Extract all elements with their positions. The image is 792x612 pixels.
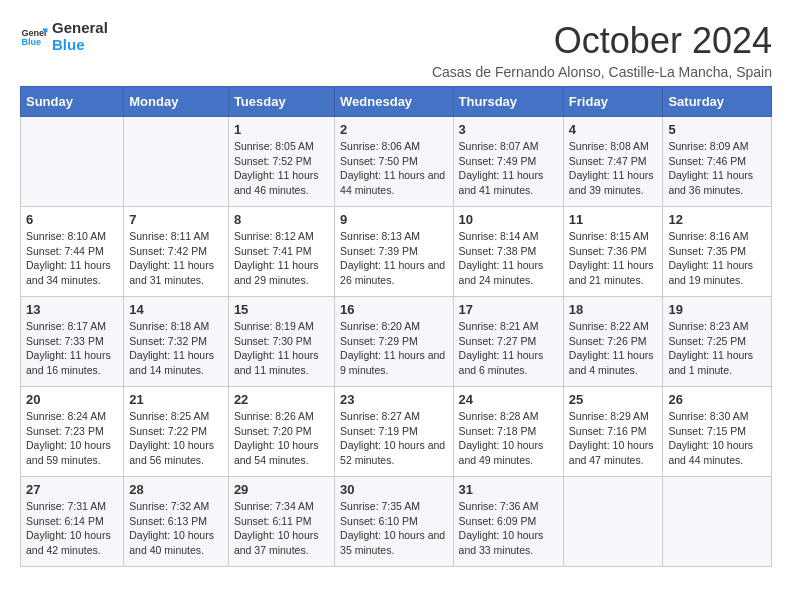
day-number: 25 — [569, 392, 658, 407]
day-info: Sunrise: 8:19 AM Sunset: 7:30 PM Dayligh… — [234, 319, 329, 378]
day-info: Sunrise: 7:31 AM Sunset: 6:14 PM Dayligh… — [26, 499, 118, 558]
day-info: Sunrise: 8:18 AM Sunset: 7:32 PM Dayligh… — [129, 319, 223, 378]
svg-text:Blue: Blue — [21, 37, 41, 47]
header-friday: Friday — [563, 87, 663, 117]
day-info: Sunrise: 8:14 AM Sunset: 7:38 PM Dayligh… — [459, 229, 558, 288]
day-number: 7 — [129, 212, 223, 227]
header-sunday: Sunday — [21, 87, 124, 117]
calendar-cell: 13Sunrise: 8:17 AM Sunset: 7:33 PM Dayli… — [21, 297, 124, 387]
day-info: Sunrise: 8:27 AM Sunset: 7:19 PM Dayligh… — [340, 409, 447, 468]
calendar-cell: 21Sunrise: 8:25 AM Sunset: 7:22 PM Dayli… — [124, 387, 229, 477]
day-info: Sunrise: 8:10 AM Sunset: 7:44 PM Dayligh… — [26, 229, 118, 288]
calendar-cell — [124, 117, 229, 207]
calendar-cell: 26Sunrise: 8:30 AM Sunset: 7:15 PM Dayli… — [663, 387, 772, 477]
calendar-cell: 8Sunrise: 8:12 AM Sunset: 7:41 PM Daylig… — [228, 207, 334, 297]
calendar-cell: 10Sunrise: 8:14 AM Sunset: 7:38 PM Dayli… — [453, 207, 563, 297]
day-number: 12 — [668, 212, 766, 227]
day-info: Sunrise: 8:05 AM Sunset: 7:52 PM Dayligh… — [234, 139, 329, 198]
logo-line1: General — [52, 20, 108, 37]
day-info: Sunrise: 7:35 AM Sunset: 6:10 PM Dayligh… — [340, 499, 447, 558]
calendar-cell: 22Sunrise: 8:26 AM Sunset: 7:20 PM Dayli… — [228, 387, 334, 477]
day-info: Sunrise: 8:11 AM Sunset: 7:42 PM Dayligh… — [129, 229, 223, 288]
day-info: Sunrise: 7:36 AM Sunset: 6:09 PM Dayligh… — [459, 499, 558, 558]
day-info: Sunrise: 8:30 AM Sunset: 7:15 PM Dayligh… — [668, 409, 766, 468]
calendar-cell: 17Sunrise: 8:21 AM Sunset: 7:27 PM Dayli… — [453, 297, 563, 387]
calendar-week-4: 20Sunrise: 8:24 AM Sunset: 7:23 PM Dayli… — [21, 387, 772, 477]
calendar-cell — [663, 477, 772, 567]
day-number: 10 — [459, 212, 558, 227]
calendar-cell: 27Sunrise: 7:31 AM Sunset: 6:14 PM Dayli… — [21, 477, 124, 567]
calendar-week-5: 27Sunrise: 7:31 AM Sunset: 6:14 PM Dayli… — [21, 477, 772, 567]
day-number: 4 — [569, 122, 658, 137]
day-info: Sunrise: 8:09 AM Sunset: 7:46 PM Dayligh… — [668, 139, 766, 198]
day-info: Sunrise: 8:20 AM Sunset: 7:29 PM Dayligh… — [340, 319, 447, 378]
day-number: 17 — [459, 302, 558, 317]
day-number: 2 — [340, 122, 447, 137]
day-number: 14 — [129, 302, 223, 317]
day-number: 9 — [340, 212, 447, 227]
day-number: 13 — [26, 302, 118, 317]
calendar-week-3: 13Sunrise: 8:17 AM Sunset: 7:33 PM Dayli… — [21, 297, 772, 387]
day-number: 28 — [129, 482, 223, 497]
day-info: Sunrise: 8:24 AM Sunset: 7:23 PM Dayligh… — [26, 409, 118, 468]
calendar-cell — [21, 117, 124, 207]
calendar-cell: 3Sunrise: 8:07 AM Sunset: 7:49 PM Daylig… — [453, 117, 563, 207]
day-info: Sunrise: 8:12 AM Sunset: 7:41 PM Dayligh… — [234, 229, 329, 288]
calendar-cell: 2Sunrise: 8:06 AM Sunset: 7:50 PM Daylig… — [335, 117, 453, 207]
calendar-table: SundayMondayTuesdayWednesdayThursdayFrid… — [20, 86, 772, 567]
day-number: 6 — [26, 212, 118, 227]
calendar-cell: 24Sunrise: 8:28 AM Sunset: 7:18 PM Dayli… — [453, 387, 563, 477]
title-block: October 2024 Casas de Fernando Alonso, C… — [432, 20, 772, 80]
day-info: Sunrise: 8:13 AM Sunset: 7:39 PM Dayligh… — [340, 229, 447, 288]
header-wednesday: Wednesday — [335, 87, 453, 117]
day-number: 1 — [234, 122, 329, 137]
calendar-cell: 5Sunrise: 8:09 AM Sunset: 7:46 PM Daylig… — [663, 117, 772, 207]
day-number: 15 — [234, 302, 329, 317]
day-number: 29 — [234, 482, 329, 497]
calendar-cell: 31Sunrise: 7:36 AM Sunset: 6:09 PM Dayli… — [453, 477, 563, 567]
day-number: 20 — [26, 392, 118, 407]
day-number: 23 — [340, 392, 447, 407]
calendar-cell: 25Sunrise: 8:29 AM Sunset: 7:16 PM Dayli… — [563, 387, 663, 477]
day-number: 22 — [234, 392, 329, 407]
day-number: 11 — [569, 212, 658, 227]
day-number: 16 — [340, 302, 447, 317]
day-info: Sunrise: 8:23 AM Sunset: 7:25 PM Dayligh… — [668, 319, 766, 378]
header-thursday: Thursday — [453, 87, 563, 117]
day-number: 27 — [26, 482, 118, 497]
header-tuesday: Tuesday — [228, 87, 334, 117]
day-number: 21 — [129, 392, 223, 407]
calendar-cell: 19Sunrise: 8:23 AM Sunset: 7:25 PM Dayli… — [663, 297, 772, 387]
day-info: Sunrise: 7:32 AM Sunset: 6:13 PM Dayligh… — [129, 499, 223, 558]
day-info: Sunrise: 8:07 AM Sunset: 7:49 PM Dayligh… — [459, 139, 558, 198]
calendar-cell: 14Sunrise: 8:18 AM Sunset: 7:32 PM Dayli… — [124, 297, 229, 387]
day-info: Sunrise: 8:25 AM Sunset: 7:22 PM Dayligh… — [129, 409, 223, 468]
calendar-cell: 11Sunrise: 8:15 AM Sunset: 7:36 PM Dayli… — [563, 207, 663, 297]
location-subtitle: Casas de Fernando Alonso, Castille-La Ma… — [432, 64, 772, 80]
header-monday: Monday — [124, 87, 229, 117]
day-info: Sunrise: 8:26 AM Sunset: 7:20 PM Dayligh… — [234, 409, 329, 468]
calendar-cell: 30Sunrise: 7:35 AM Sunset: 6:10 PM Dayli… — [335, 477, 453, 567]
day-info: Sunrise: 8:15 AM Sunset: 7:36 PM Dayligh… — [569, 229, 658, 288]
logo-line2: Blue — [52, 37, 108, 54]
calendar-cell: 16Sunrise: 8:20 AM Sunset: 7:29 PM Dayli… — [335, 297, 453, 387]
day-number: 5 — [668, 122, 766, 137]
calendar-header-row: SundayMondayTuesdayWednesdayThursdayFrid… — [21, 87, 772, 117]
calendar-cell: 15Sunrise: 8:19 AM Sunset: 7:30 PM Dayli… — [228, 297, 334, 387]
calendar-cell: 29Sunrise: 7:34 AM Sunset: 6:11 PM Dayli… — [228, 477, 334, 567]
day-number: 3 — [459, 122, 558, 137]
day-info: Sunrise: 8:29 AM Sunset: 7:16 PM Dayligh… — [569, 409, 658, 468]
calendar-cell: 6Sunrise: 8:10 AM Sunset: 7:44 PM Daylig… — [21, 207, 124, 297]
calendar-cell: 4Sunrise: 8:08 AM Sunset: 7:47 PM Daylig… — [563, 117, 663, 207]
calendar-cell: 20Sunrise: 8:24 AM Sunset: 7:23 PM Dayli… — [21, 387, 124, 477]
day-number: 19 — [668, 302, 766, 317]
calendar-cell: 28Sunrise: 7:32 AM Sunset: 6:13 PM Dayli… — [124, 477, 229, 567]
logo: General Blue General Blue — [20, 20, 108, 53]
calendar-cell: 12Sunrise: 8:16 AM Sunset: 7:35 PM Dayli… — [663, 207, 772, 297]
calendar-cell: 9Sunrise: 8:13 AM Sunset: 7:39 PM Daylig… — [335, 207, 453, 297]
day-info: Sunrise: 8:06 AM Sunset: 7:50 PM Dayligh… — [340, 139, 447, 198]
page-header: General Blue General Blue October 2024 C… — [20, 20, 772, 80]
day-info: Sunrise: 8:22 AM Sunset: 7:26 PM Dayligh… — [569, 319, 658, 378]
day-number: 8 — [234, 212, 329, 227]
day-number: 30 — [340, 482, 447, 497]
